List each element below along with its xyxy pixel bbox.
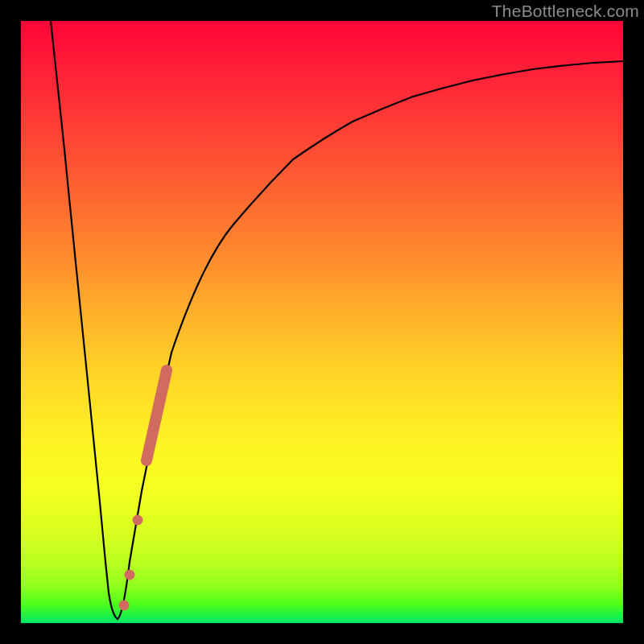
bottleneck-curve-svg: [21, 21, 623, 623]
watermark-text: TheBottleneck.com: [492, 2, 639, 21]
marker-dot-2: [125, 570, 135, 580]
thick-segment-marker: [147, 370, 167, 460]
plot-area: [21, 21, 623, 623]
marker-dot-1: [133, 515, 143, 526]
bottleneck-curve: [51, 21, 623, 619]
chart-frame: TheBottleneck.com: [0, 0, 644, 644]
marker-dot-3: [119, 601, 130, 611]
